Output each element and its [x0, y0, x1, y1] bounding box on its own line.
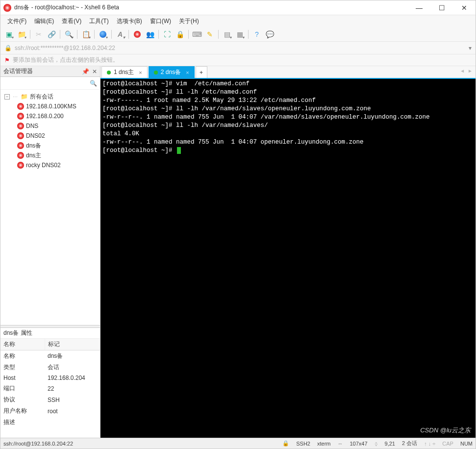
- tab-prev-icon[interactable]: ◄: [460, 68, 465, 74]
- separator: [111, 30, 112, 39]
- session-search-input[interactable]: [3, 79, 90, 87]
- toolbar: ▣ 📁 ✂ 🔗 🔍 📋 A 👥 ⛶ 🔒 ⌨ ✎ ▤ ▦ ? 💬: [0, 27, 476, 42]
- lock-icon: 🔒: [282, 440, 289, 447]
- maximize-button[interactable]: ☐: [430, 0, 453, 15]
- prop-key: 用户名称: [0, 405, 45, 417]
- prop-key: 协议: [0, 394, 45, 405]
- font-button[interactable]: A: [115, 29, 125, 40]
- separator: [158, 30, 159, 39]
- tab-strip: 1 dns主 × 2 dns备 × + ◄ ►: [100, 66, 476, 79]
- open-session-button[interactable]: 📁: [16, 29, 27, 40]
- session-item[interactable]: DNS02: [0, 131, 100, 141]
- session-icon: [17, 152, 24, 159]
- property-row: 端口22: [0, 383, 100, 394]
- menu-bar: 文件(F) 编辑(E) 查看(V) 工具(T) 选项卡(B) 窗口(W) 关于(…: [0, 15, 476, 27]
- menu-window[interactable]: 窗口(W): [147, 16, 174, 26]
- terminal[interactable]: [root@localhost ~]# vim /etc/named.conf[…: [100, 79, 476, 438]
- copy-button[interactable]: 📋: [80, 29, 91, 40]
- properties-col-name[interactable]: 名称: [0, 339, 45, 350]
- tree-dots-icon: ⋯: [12, 94, 19, 100]
- session-icon: [17, 162, 24, 169]
- session-item[interactable]: 192.168.0.200: [0, 111, 100, 121]
- separator: [218, 30, 219, 39]
- reconnect-button[interactable]: ✂: [33, 29, 44, 40]
- keyboard-button[interactable]: ⌨: [192, 29, 202, 40]
- menu-tabs[interactable]: 选项卡(B): [114, 16, 145, 26]
- tab-dns-backup[interactable]: 2 dns备 ×: [149, 66, 195, 78]
- session-item[interactable]: dns备: [0, 141, 100, 150]
- help-button[interactable]: ?: [251, 29, 262, 40]
- menu-file[interactable]: 文件(F): [4, 16, 29, 26]
- layout1-button[interactable]: ▤: [222, 29, 232, 40]
- tab-close-icon[interactable]: ×: [186, 70, 189, 75]
- search-button[interactable]: 🔍: [63, 29, 74, 40]
- tab-next-icon[interactable]: ►: [468, 68, 473, 74]
- properties-title: dns备 属性: [3, 329, 32, 337]
- layout2-button[interactable]: ▦: [234, 29, 245, 40]
- prop-key: 类型: [0, 362, 45, 373]
- users-button[interactable]: 👥: [145, 29, 155, 40]
- swirl-button[interactable]: [132, 29, 143, 40]
- window-title: dns备 - root@localhost:~ - Xshell 6 Beta: [14, 3, 408, 12]
- search-icon[interactable]: 🔍: [90, 80, 97, 87]
- session-tree: − ⋯ 📁 所有会话 192.168.0.100KMS 192.168.0.20…: [0, 90, 100, 325]
- prop-val: 192.168.0.204: [45, 373, 100, 383]
- swirl-icon: [134, 31, 141, 38]
- separator: [77, 30, 77, 39]
- pin-icon[interactable]: 📌: [82, 68, 89, 75]
- tab-add-button[interactable]: +: [196, 66, 207, 78]
- session-item[interactable]: dns主: [0, 150, 100, 160]
- session-icon: [17, 142, 24, 149]
- menu-edit[interactable]: 编辑(E): [31, 16, 57, 26]
- status-connection: ssh://root@192.168.0.204:22: [3, 441, 73, 447]
- collapse-toggle-icon[interactable]: −: [4, 94, 10, 100]
- globe-button[interactable]: [98, 29, 108, 40]
- address-text: ssh://root:**********@192.168.0.204:22: [15, 45, 115, 51]
- disconnect-button[interactable]: 🔗: [46, 29, 57, 40]
- session-item[interactable]: 192.168.0.100KMS: [0, 101, 100, 111]
- tab-close-icon[interactable]: ×: [139, 70, 142, 75]
- status-size: 107x47: [350, 441, 367, 447]
- menu-help[interactable]: 关于(H): [176, 16, 202, 26]
- close-button[interactable]: ✕: [453, 0, 476, 15]
- session-item[interactable]: rocky DNS02: [0, 160, 100, 170]
- prop-val: [45, 417, 100, 428]
- tab-label: 2 dns备: [161, 68, 181, 76]
- status-hint: ↑ ↓ ÷: [424, 441, 435, 447]
- right-pane: 1 dns主 × 2 dns备 × + ◄ ► [root@localhost …: [100, 66, 476, 438]
- prop-val: 22: [45, 383, 100, 394]
- folder-icon: 📁: [21, 93, 28, 100]
- session-manager-panel: 会话管理器 📌 ✕ 🔍 − ⋯ 📁 所有会话 192.168.0.100KMS: [0, 66, 100, 438]
- tab-nav: ◄ ►: [460, 68, 473, 74]
- session-item[interactable]: DNS: [0, 121, 100, 131]
- prop-key: 描述: [0, 417, 45, 428]
- tree-root-label: 所有会话: [30, 93, 53, 101]
- separator: [94, 30, 95, 39]
- properties-col-mark[interactable]: 标记: [45, 339, 100, 350]
- tree-root[interactable]: − ⋯ 📁 所有会话: [0, 92, 100, 101]
- session-label: DNS: [26, 123, 38, 129]
- status-dot-icon: [107, 71, 111, 75]
- session-label: dns主: [26, 151, 41, 160]
- tab-dns-master[interactable]: 1 dns主 ×: [101, 66, 148, 78]
- highlight-button[interactable]: ✎: [204, 29, 215, 40]
- minimize-button[interactable]: —: [408, 0, 430, 15]
- session-icon: [17, 132, 24, 139]
- session-label: dns备: [26, 142, 41, 150]
- new-session-button[interactable]: ▣: [3, 29, 14, 40]
- app-icon: [3, 4, 11, 12]
- address-dropdown-icon[interactable]: ▾: [469, 45, 472, 51]
- menu-view[interactable]: 查看(V): [59, 16, 84, 26]
- panel-close-icon[interactable]: ✕: [92, 68, 97, 75]
- lock-button[interactable]: 🔒: [175, 29, 185, 40]
- address-bar[interactable]: 🔒 ssh://root:**********@192.168.0.204:22…: [0, 42, 476, 54]
- property-row: 名称dns备: [0, 350, 100, 362]
- separator: [248, 30, 249, 39]
- properties-header: dns备 属性: [0, 328, 100, 339]
- separator: [30, 30, 30, 39]
- fullscreen-button[interactable]: ⛶: [162, 29, 173, 40]
- tab-label: 1 dns主: [114, 68, 134, 76]
- menu-tools[interactable]: 工具(T): [86, 16, 111, 26]
- chat-button[interactable]: 💬: [264, 29, 275, 40]
- prop-val: SSH: [45, 394, 100, 405]
